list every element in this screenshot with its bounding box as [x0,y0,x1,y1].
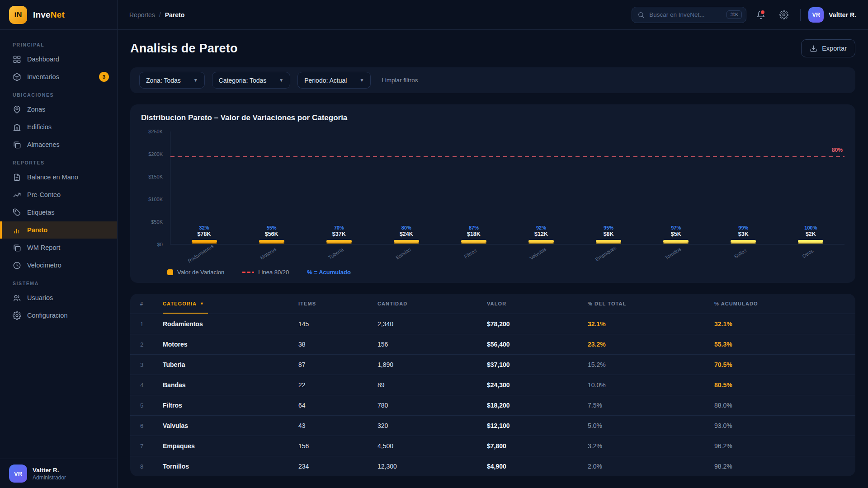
bar-cumulative-label: 87% [469,225,479,231]
column-header-label: % DEL TOTAL [588,301,626,306]
table-row-empaques[interactable]: 7Empaques1564,500$7,8003.2%96.2% [130,436,855,456]
sidebar-item-pareto[interactable]: Pareto [0,221,117,239]
cell-cantidad: 320 [377,422,487,429]
settings-button[interactable] [775,6,793,23]
x-axis-label: Tuberia [327,247,350,269]
gear-icon [13,311,21,320]
legend-label: Linea 80/20 [258,269,289,276]
zone-filter-dropdown[interactable]: Zona: Todas ▼ [139,72,205,89]
bar-column-otros: 100%$2K [777,225,844,244]
column-header-cantidad[interactable]: CANTIDAD [377,294,487,314]
sidebar-user-card[interactable]: VR Valtter R. Administrador [0,459,117,488]
cell-index: 1 [140,321,163,328]
download-icon [810,45,817,52]
cell-items: 43 [298,422,377,429]
table-row-filtros[interactable]: 5Filtros64780$18,2007.5%88.0% [130,395,855,415]
search-input[interactable] [649,11,722,18]
bar-value-label: $8K [604,231,614,238]
table-row-tuberia[interactable]: 3Tuberia871,890$37,10015.2%70.5% [130,354,855,375]
x-col: Sellos [710,244,777,266]
table-row-motores[interactable]: 2Motores38156$56,40023.2%55.3% [130,334,855,354]
sidebar-item-zonas[interactable]: Zonas [0,101,117,118]
bar [461,240,486,243]
topbar-user-menu[interactable]: VR Valtter R. [808,7,856,23]
copy-icon [13,244,21,252]
column-header-label: % ACUMULADO [714,301,758,306]
table-row-bandas[interactable]: 4Bandas2289$24,30010.0%80.5% [130,375,855,395]
cell-pct-acumulado: 96.2% [714,442,845,450]
sidebar-item-wm-report[interactable]: WM Report [0,239,117,256]
sidebar-item-usuarios[interactable]: Usuarios [0,289,117,306]
pareto-chart: $250K$200K$150K$100K$50K$0 80% 32%$78K55… [141,131,844,244]
cell-valor: $7,800 [487,442,588,450]
column-header-valor[interactable]: VALOR [487,294,588,314]
sidebar-item-edificios[interactable]: Edificios [0,118,117,136]
cell-pct-acumulado: 98.2% [714,463,845,470]
export-button[interactable]: Exportar [801,39,855,57]
cell-index: 8 [140,463,163,470]
page-header: Analisis de Pareto Exportar [130,30,855,67]
sidebar-item-label: WM Report [27,244,60,251]
bar-column-filtros: 87%$18K [440,225,507,244]
cell-pct-acumulado: 32.1% [714,320,845,328]
cell-items: 64 [298,402,377,409]
nav-section-principal: PRINCIPALDashboardInventarios3 [0,42,117,85]
sidebar-item-inventarios[interactable]: Inventarios3 [0,68,117,85]
x-col: Bandas [373,244,440,266]
period-filter-dropdown[interactable]: Periodo: Actual ▼ [297,72,371,89]
sidebar-item-configuracion[interactable]: Configuracion [0,307,117,324]
x-col: Rodamientos [170,244,237,266]
sidebar-item-balance-en-mano[interactable]: Balance en Mano [0,169,117,186]
zone-filter-label: Zona: Todas [146,77,181,84]
brand-logo-text: iN [14,10,22,19]
bar [192,240,217,243]
bar-column-valvulas: 92%$12K [507,225,575,244]
breadcrumb-section[interactable]: Reportes [129,11,155,19]
clear-filters-link[interactable]: Limpiar filtros [382,77,418,84]
cell-items: 87 [298,361,377,368]
bar-value-label: $24K [400,231,413,238]
period-filter-label: Periodo: Actual [304,77,347,84]
global-search[interactable]: ⌘K [632,7,746,23]
cell-index: 4 [140,382,163,389]
nav-section-label: SISTEMA [0,281,117,286]
cell-cantidad: 89 [377,381,487,389]
sidebar-item-almacenes[interactable]: Almacenes [0,136,117,153]
cell-valor: $37,100 [487,361,588,368]
boxes-icon [13,141,21,149]
breadcrumb: Reportes / Pareto [129,11,184,19]
sidebar-item-etiquetas[interactable]: Etiquetas [0,204,117,221]
column-header-acumulado[interactable]: % ACUMULADO [714,294,845,314]
cell-items: 234 [298,463,377,470]
cell-pct-total: 5.0% [588,422,714,429]
sidebar-item-velocimetro[interactable]: Velocimetro [0,257,117,274]
bar-column-sellos: 99%$3K [710,225,777,244]
x-col: Tornillos [642,244,709,266]
category-filter-dropdown[interactable]: Categoria: Todas ▼ [212,72,291,89]
sidebar-item-dashboard[interactable]: Dashboard [0,51,117,68]
cell-cantidad: 12,300 [377,463,487,470]
table-row-valvulas[interactable]: 6Valvulas43320$12,1005.0%93.0% [130,415,855,436]
chart-title: Distribucion Pareto – Valor de Variacion… [141,113,844,122]
column-header-categoria[interactable]: CATEGORIA▼ [163,294,298,314]
bar-column-tuberia: 70%$37K [305,225,373,244]
column-header-label: # [140,301,143,306]
brand-name-accent: Net [51,10,65,19]
column-header-del-total[interactable]: % DEL TOTAL [588,294,714,314]
legend-dash-swatch [242,272,254,273]
table-row-rodamientos[interactable]: 1Rodamientos1452,340$78,20032.1%32.1% [130,314,855,334]
bar-value-label: $78K [198,231,211,238]
column-header-items[interactable]: ITEMS [298,294,377,314]
notifications-button[interactable] [752,6,769,23]
bar-cumulative-label: 100% [804,225,817,231]
pareto-chart-card: Distribucion Pareto – Valor de Variacion… [130,104,855,283]
cell-pct-acumulado: 80.5% [714,381,845,389]
table-row-tornillos[interactable]: 8Tornillos23412,300$4,9002.0%98.2% [130,456,855,476]
sidebar-item-label: Pareto [27,226,47,234]
sidebar-item-pre-conteo[interactable]: Pre-Conteo [0,186,117,203]
grid-icon [13,55,21,64]
map-pin-icon [13,105,21,114]
bar-cumulative-label: 97% [671,225,681,231]
topbar-divider [800,9,801,21]
bar-value-label: $37K [332,231,346,238]
